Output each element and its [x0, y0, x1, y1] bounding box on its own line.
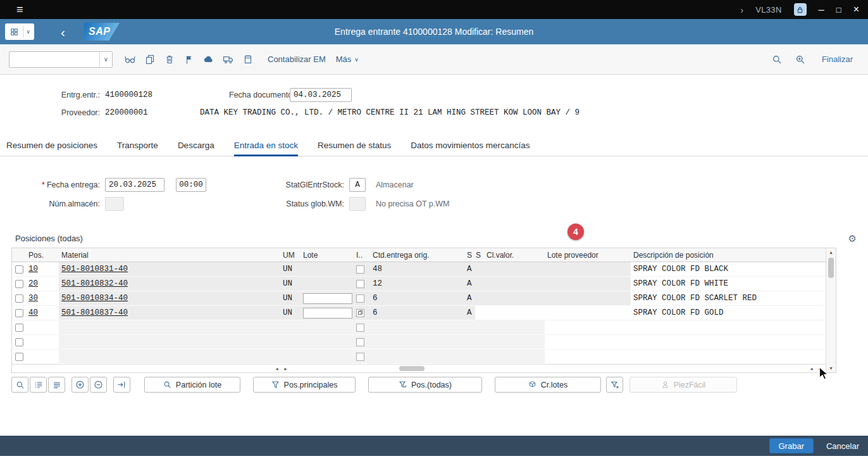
display-variant-button[interactable]	[48, 377, 65, 393]
lote-proveedor-cell[interactable]	[545, 262, 631, 277]
col-lote-proveedor[interactable]: Lote proveedor	[545, 248, 631, 262]
doc-date-field[interactable]	[290, 88, 352, 102]
clear-filter-button[interactable]	[606, 377, 623, 393]
scroll-down-icon[interactable]: ▾	[829, 364, 832, 372]
row-checkbox[interactable]	[15, 324, 23, 332]
tab-descarga[interactable]: Descarga	[178, 138, 214, 156]
lote-input[interactable]	[303, 293, 352, 304]
material-link[interactable]: 501-8010831-40	[61, 265, 128, 274]
cloud-button[interactable]	[199, 50, 218, 69]
delete-row-button[interactable]	[90, 377, 107, 393]
batch-checkbox[interactable]	[356, 353, 364, 361]
menu-icon[interactable]: ≡	[16, 4, 23, 15]
col-material[interactable]: Material	[59, 248, 280, 262]
select-all-header[interactable]	[12, 248, 26, 262]
cancel-button[interactable]: Cancelar	[826, 441, 859, 451]
batch-split-icon[interactable]	[356, 309, 364, 317]
select-detail-button[interactable]	[30, 377, 47, 393]
document-dates-button[interactable]	[238, 50, 257, 69]
copy-button[interactable]	[140, 50, 159, 69]
chevron-down-icon[interactable]: ∨	[99, 52, 112, 67]
finish-button[interactable]: Finalizar	[822, 54, 853, 64]
scroll-to-item-button[interactable]	[113, 377, 130, 393]
batch-checkbox[interactable]	[356, 280, 364, 288]
row-checkbox[interactable]	[15, 353, 23, 361]
close-button[interactable]: ×	[853, 4, 859, 15]
status-flag-button[interactable]	[179, 50, 199, 69]
pos-link[interactable]: 40	[28, 308, 38, 317]
horizontal-scrollbar[interactable]: ◂ ▸ ◂ ▸	[12, 364, 826, 372]
hscroll-thumb[interactable]	[399, 366, 425, 371]
quick-access-button[interactable]: ∨	[5, 23, 34, 40]
tab-resumen-posiciones[interactable]: Resumen de posiciones	[6, 138, 97, 156]
command-input[interactable]	[9, 53, 99, 66]
delivery-time-field[interactable]	[176, 178, 206, 192]
pos-link[interactable]: 20	[28, 279, 38, 288]
main-items-button[interactable]: Pos.principales	[253, 377, 356, 393]
collapse-chevron-icon[interactable]: ›	[740, 4, 743, 15]
qty-cell[interactable]: 48	[370, 262, 466, 277]
tab-entrada-en-stock[interactable]: Entrada en stock	[234, 138, 298, 156]
transport-button[interactable]	[218, 50, 238, 69]
tab-transporte[interactable]: Transporte	[117, 138, 158, 156]
material-link[interactable]: 501-8010832-40	[61, 279, 128, 288]
command-combobox[interactable]: ∨	[9, 51, 113, 68]
col-i[interactable]: I..	[355, 248, 370, 262]
more-menu-button[interactable]: Más ∨	[336, 54, 359, 64]
col-clvalor[interactable]: Cl.valor.	[484, 248, 545, 262]
batch-checkbox[interactable]	[356, 324, 364, 332]
vertical-scrollbar[interactable]: ▴ ▾	[826, 248, 836, 372]
col-s1[interactable]: S	[466, 248, 475, 262]
post-goods-receipt-button[interactable]: Contabilizar EM	[268, 54, 326, 64]
insert-row-button[interactable]	[71, 377, 89, 393]
detail-button[interactable]	[11, 377, 28, 393]
search-button[interactable]	[767, 50, 787, 69]
gear-icon[interactable]: ⚙	[848, 234, 857, 243]
vscroll-thumb[interactable]	[828, 258, 834, 278]
tab-datos-movimientos[interactable]: Datos movimientos mercancías	[411, 138, 530, 156]
scroll-right-icon[interactable]: ▸	[282, 365, 290, 372]
batch-split-button[interactable]: Partición lote	[144, 377, 240, 393]
col-s2[interactable]: S	[475, 248, 484, 262]
chevron-down-icon[interactable]: ∨	[23, 26, 33, 37]
col-um[interactable]: UM	[280, 248, 301, 262]
save-button[interactable]: Grabar	[769, 438, 814, 453]
qty-cell[interactable]: 6	[370, 291, 466, 306]
minimize-button[interactable]: ─	[819, 6, 824, 14]
material-link[interactable]: 501-8010834-40	[61, 294, 128, 303]
all-items-button[interactable]: Pos.(todas)	[368, 377, 482, 393]
delete-button[interactable]	[159, 50, 179, 69]
scroll-left-icon[interactable]: ◂	[807, 365, 815, 372]
batch-checkbox[interactable]	[356, 265, 364, 274]
back-button[interactable]: ‹	[61, 25, 65, 39]
lote-proveedor-cell[interactable]	[545, 291, 631, 306]
lote-input[interactable]	[303, 308, 352, 319]
create-batches-button[interactable]: Cr.lotes	[495, 377, 601, 393]
scroll-up-icon[interactable]: ▴	[829, 248, 832, 256]
row-checkbox[interactable]	[15, 280, 23, 288]
batch-checkbox[interactable]	[356, 294, 364, 303]
maximize-button[interactable]: □	[836, 6, 841, 14]
lote-proveedor-cell[interactable]	[545, 306, 631, 320]
col-descripcion[interactable]: Descripción de posición	[631, 248, 826, 262]
col-pos[interactable]: Pos.	[26, 248, 59, 262]
row-checkbox[interactable]	[15, 338, 23, 346]
row-checkbox[interactable]	[15, 265, 23, 274]
pos-link[interactable]: 10	[28, 265, 38, 274]
pos-link[interactable]: 30	[28, 294, 38, 303]
material-link[interactable]: 501-8010837-40	[61, 308, 128, 317]
batch-checkbox[interactable]	[356, 338, 364, 346]
qty-cell[interactable]: 6	[370, 306, 466, 320]
gr-status-field[interactable]	[349, 178, 366, 192]
col-lote[interactable]: Lote	[301, 248, 355, 262]
advanced-search-button[interactable]	[791, 50, 810, 69]
col-qty[interactable]: Ctd.entrega orig.	[370, 248, 466, 262]
qty-cell[interactable]: 12	[370, 277, 466, 291]
lote-proveedor-cell[interactable]	[545, 277, 631, 291]
row-checkbox[interactable]	[15, 309, 23, 317]
display-glasses-button[interactable]	[120, 50, 140, 69]
row-checkbox[interactable]	[15, 294, 23, 303]
scroll-left-icon[interactable]: ◂	[273, 365, 281, 372]
tab-resumen-status[interactable]: Resumen de status	[318, 138, 391, 156]
delivery-date-field[interactable]	[105, 178, 164, 192]
